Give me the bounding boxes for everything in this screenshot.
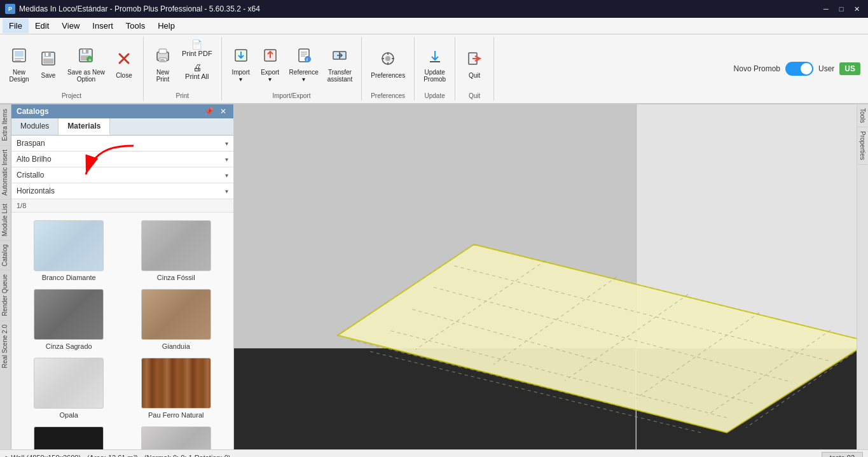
reference-label: Reference▾ [289,69,319,83]
close-button-ribbon[interactable]: Close [110,47,138,81]
ribbon-group-print: NewPrint 📄 Print PDF 🖨 Print All Print [144,37,222,101]
import-button[interactable]: Import▾ [227,44,255,85]
close-button[interactable]: ✕ [850,3,863,15]
material-item-titanio[interactable]: Titânio [124,424,229,449]
alto-brilho-dropdown[interactable]: Alto Brilho ▾ [11,151,233,167]
print-pdf-button[interactable]: 📄 Print PDF [178,38,216,59]
real-scene-tab[interactable]: Real Scene 2.0 [0,320,11,372]
user-badge[interactable]: US [839,62,860,75]
tools-tab[interactable]: Tools [858,104,867,127]
viewport-3d[interactable] [234,104,857,449]
project-group-label: Project [62,92,81,99]
material-item-pau-ferro[interactable]: Pau Ferro Natural [124,355,229,421]
export-label: Export▾ [261,69,279,83]
render-queue-tab[interactable]: Render Queue [0,270,11,320]
cristallo-arrow: ▾ [225,172,228,179]
grid-counter: 1/8 [11,199,233,213]
modules-tab[interactable]: Modules [11,118,59,135]
material-item-gianduia[interactable]: Gianduia [124,286,229,353]
update-promob-button[interactable]: UpdatePromob [420,44,450,85]
transfer-assistant-button[interactable]: Transferassistant [324,44,356,85]
catalog-titlebar-controls: 📌 ✕ [202,107,228,116]
material-item-cinza-fossil[interactable]: Cinza Fóssil [124,218,229,284]
pau-ferro-name: Pau Ferro Natural [148,411,203,419]
preferences-icon [379,50,397,70]
catalog-title: Catalogs [17,107,49,116]
preferences-group-label: Preferences [371,92,405,99]
print-all-button[interactable]: 🖨 Print All [178,61,216,81]
catalog-tabs: Modules Materials [11,118,233,136]
module-list-tab[interactable]: Module List [0,199,11,240]
save-as-new-option-icon: + [77,46,95,67]
print-pdf-label: Print PDF [182,50,212,57]
quit-button[interactable]: Quit [460,47,488,81]
material-item-opala[interactable]: Opala [17,355,121,421]
materials-tab[interactable]: Materials [59,118,110,135]
new-print-icon [154,46,172,67]
preferences-button[interactable]: Preferences [367,47,409,81]
maximize-button[interactable]: □ [835,3,848,15]
status-bar: > Wall (4850x150x2600) - (Area: 12.61 m²… [0,449,868,457]
titanio-swatch [141,426,211,449]
menu-insert[interactable]: Insert [86,18,120,33]
minimize-button[interactable]: ─ [820,3,832,15]
catalog-close-button[interactable]: ✕ [218,107,228,116]
cristallo-dropdown[interactable]: Cristallo ▾ [11,167,233,183]
quit-label: Quit [469,72,480,79]
horizontals-dropdown[interactable]: Horizontals ▾ [11,183,233,199]
import-label: Import▾ [231,69,249,83]
menu-file[interactable]: File [3,18,29,33]
pau-ferro-swatch [141,358,211,409]
menu-tools[interactable]: Tools [120,18,151,33]
reference-button[interactable]: i Reference▾ [286,44,322,85]
gianduia-swatch [141,289,211,340]
gianduia-name: Gianduia [162,342,190,350]
material-item-branco-diamante[interactable]: Branco Diamante [17,218,121,284]
svg-rect-7 [46,53,48,56]
catalog-tab-side[interactable]: Catalog [0,240,11,270]
opala-name: Opala [60,411,78,419]
ribbon-group-preferences: Preferences Preferences [362,37,415,101]
material-item-black[interactable]: Black [17,424,121,449]
menu-help[interactable]: Help [151,18,181,33]
svg-rect-36 [392,58,394,59]
transfer-assistant-icon [331,46,348,67]
automatic-insert-tab[interactable]: Automatic Insert [0,145,11,199]
braspan-arrow: ▾ [225,140,228,147]
new-print-button[interactable]: NewPrint [149,44,177,85]
print-pdf-icon: 📄 [191,39,202,50]
catalog-titlebar: Catalogs 📌 ✕ [11,104,233,118]
update-promob-label: UpdatePromob [424,69,446,83]
svg-rect-11 [83,50,86,53]
new-print-label: NewPrint [156,69,170,83]
user-label: User [818,64,834,73]
svg-rect-33 [387,52,389,55]
grid-counter-value: 1/8 [17,202,26,209]
menu-view[interactable]: View [55,18,86,33]
export-button[interactable]: Export▾ [256,44,284,85]
novo-promob-toggle[interactable] [785,62,813,76]
novo-promob-area: Novo Promob User US [734,37,868,101]
left-panel-tabs: Extra Items Automatic Insert Module List… [0,104,11,449]
svg-point-32 [385,56,390,61]
svg-rect-34 [387,62,389,65]
catalog-pin-button[interactable]: 📌 [202,107,216,116]
cinza-fossil-name: Cinza Fóssil [157,274,195,281]
save-label: Save [41,72,56,79]
extra-items-tab[interactable]: Extra Items [0,104,11,145]
new-design-button[interactable]: NewDesign [5,44,33,85]
svg-rect-6 [43,59,53,64]
material-item-cinza-sagrado[interactable]: Cinza Sagrado [17,286,121,353]
save-button[interactable]: Save [34,47,62,81]
new-design-label: NewDesign [9,69,29,83]
properties-tab[interactable]: Properties [858,127,867,165]
black-swatch [34,426,104,449]
ribbon-group-update: UpdatePromob Update [415,37,455,101]
menu-edit[interactable]: Edit [29,18,55,33]
import-export-group-label: Import/Export [272,92,310,99]
save-as-new-option-button[interactable]: + Save as NewOption [64,44,109,85]
braspan-dropdown[interactable]: Braspan ▾ [11,136,233,151]
app-title: Medidas In Loco/Estándar - Promob Plus P… [19,4,260,13]
svg-point-27 [305,56,311,62]
scene-indicator[interactable]: teste 02 [822,452,863,458]
